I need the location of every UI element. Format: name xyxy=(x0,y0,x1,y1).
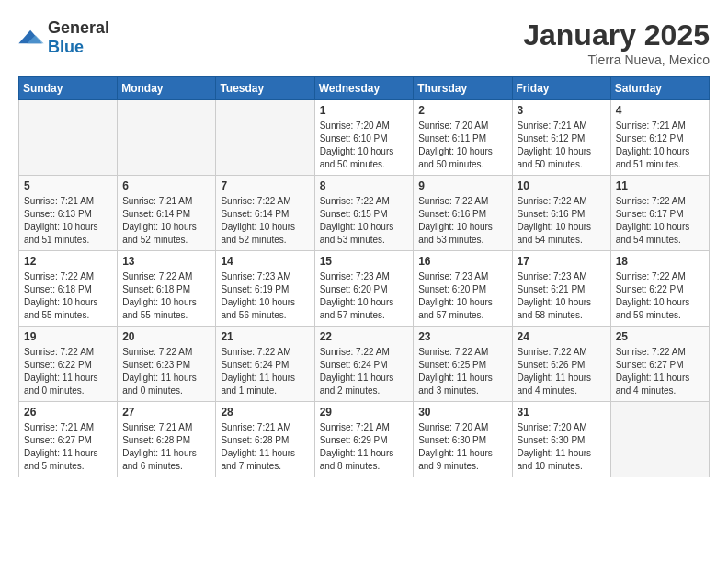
day-info: Sunrise: 7:22 AMSunset: 6:22 PMDaylight:… xyxy=(616,270,704,322)
day-number: 18 xyxy=(616,255,704,268)
calendar-week-row: 5Sunrise: 7:21 AMSunset: 6:13 PMDaylight… xyxy=(19,176,710,251)
calendar-day: 20Sunrise: 7:22 AMSunset: 6:23 PMDayligh… xyxy=(118,327,216,402)
day-info: Sunrise: 7:22 AMSunset: 6:27 PMDaylight:… xyxy=(616,346,704,397)
day-number: 24 xyxy=(518,330,606,343)
day-number: 17 xyxy=(518,255,606,268)
location-title: Tierra Nueva, Mexico xyxy=(523,52,710,67)
day-number: 28 xyxy=(221,406,309,419)
logo: General Blue xyxy=(18,18,109,57)
day-info: Sunrise: 7:20 AMSunset: 6:30 PMDaylight:… xyxy=(418,421,506,473)
calendar-day: 25Sunrise: 7:22 AMSunset: 6:27 PMDayligh… xyxy=(610,327,709,402)
day-info: Sunrise: 7:21 AMSunset: 6:29 PMDaylight:… xyxy=(320,421,409,473)
day-info: Sunrise: 7:22 AMSunset: 6:25 PMDaylight:… xyxy=(418,346,506,397)
day-number: 25 xyxy=(616,330,704,343)
day-info: Sunrise: 7:22 AMSunset: 6:26 PMDaylight:… xyxy=(518,346,606,397)
calendar-day: 9Sunrise: 7:22 AMSunset: 6:16 PMDaylight… xyxy=(414,176,512,251)
day-number: 31 xyxy=(518,406,606,419)
calendar-day xyxy=(216,100,314,176)
calendar-day: 17Sunrise: 7:23 AMSunset: 6:21 PMDayligh… xyxy=(512,251,610,327)
day-number: 14 xyxy=(221,255,309,268)
calendar-day: 3Sunrise: 7:21 AMSunset: 6:12 PMDaylight… xyxy=(512,100,610,176)
calendar-day: 19Sunrise: 7:22 AMSunset: 6:22 PMDayligh… xyxy=(19,327,118,402)
day-info: Sunrise: 7:20 AMSunset: 6:10 PMDaylight:… xyxy=(320,120,409,171)
day-number: 2 xyxy=(418,104,506,117)
day-info: Sunrise: 7:23 AMSunset: 6:20 PMDaylight:… xyxy=(418,270,506,322)
calendar-day: 4Sunrise: 7:21 AMSunset: 6:12 PMDaylight… xyxy=(610,100,709,176)
calendar-day: 30Sunrise: 7:20 AMSunset: 6:30 PMDayligh… xyxy=(414,402,512,477)
weekday-header-row: SundayMondayTuesdayWednesdayThursdayFrid… xyxy=(19,77,710,100)
day-number: 3 xyxy=(518,104,606,117)
calendar-week-row: 26Sunrise: 7:21 AMSunset: 6:27 PMDayligh… xyxy=(19,402,710,477)
calendar-day: 21Sunrise: 7:22 AMSunset: 6:24 PMDayligh… xyxy=(216,327,314,402)
day-info: Sunrise: 7:23 AMSunset: 6:20 PMDaylight:… xyxy=(320,270,409,322)
day-number: 9 xyxy=(418,179,506,192)
day-info: Sunrise: 7:21 AMSunset: 6:14 PMDaylight:… xyxy=(122,195,210,247)
weekday-header-monday: Monday xyxy=(118,77,216,100)
day-info: Sunrise: 7:22 AMSunset: 6:24 PMDaylight:… xyxy=(320,346,409,397)
calendar-day xyxy=(610,402,709,477)
calendar-week-row: 1Sunrise: 7:20 AMSunset: 6:10 PMDaylight… xyxy=(19,100,710,176)
day-number: 4 xyxy=(616,104,704,117)
day-info: Sunrise: 7:22 AMSunset: 6:15 PMDaylight:… xyxy=(320,195,409,247)
weekday-header-friday: Friday xyxy=(512,77,610,100)
calendar-day: 23Sunrise: 7:22 AMSunset: 6:25 PMDayligh… xyxy=(414,327,512,402)
logo-text: General Blue xyxy=(48,18,109,57)
calendar-day xyxy=(19,100,118,176)
calendar-day: 5Sunrise: 7:21 AMSunset: 6:13 PMDaylight… xyxy=(19,176,118,251)
day-number: 7 xyxy=(221,179,309,192)
day-number: 12 xyxy=(24,255,112,268)
day-number: 21 xyxy=(221,330,309,343)
day-info: Sunrise: 7:22 AMSunset: 6:16 PMDaylight:… xyxy=(418,195,506,247)
day-number: 8 xyxy=(320,179,409,192)
day-number: 30 xyxy=(418,406,506,419)
day-info: Sunrise: 7:21 AMSunset: 6:12 PMDaylight:… xyxy=(518,120,606,171)
calendar-day: 24Sunrise: 7:22 AMSunset: 6:26 PMDayligh… xyxy=(512,327,610,402)
calendar-week-row: 12Sunrise: 7:22 AMSunset: 6:18 PMDayligh… xyxy=(19,251,710,327)
day-number: 11 xyxy=(616,179,704,192)
day-info: Sunrise: 7:23 AMSunset: 6:21 PMDaylight:… xyxy=(518,270,606,322)
day-info: Sunrise: 7:21 AMSunset: 6:13 PMDaylight:… xyxy=(24,195,112,247)
day-info: Sunrise: 7:23 AMSunset: 6:19 PMDaylight:… xyxy=(221,270,309,322)
calendar-day: 28Sunrise: 7:21 AMSunset: 6:28 PMDayligh… xyxy=(216,402,314,477)
day-info: Sunrise: 7:21 AMSunset: 6:28 PMDaylight:… xyxy=(122,421,210,473)
calendar-day: 16Sunrise: 7:23 AMSunset: 6:20 PMDayligh… xyxy=(414,251,512,327)
day-info: Sunrise: 7:22 AMSunset: 6:16 PMDaylight:… xyxy=(518,195,606,247)
day-info: Sunrise: 7:22 AMSunset: 6:22 PMDaylight:… xyxy=(24,346,112,397)
day-info: Sunrise: 7:22 AMSunset: 6:18 PMDaylight:… xyxy=(24,270,112,322)
calendar-day: 6Sunrise: 7:21 AMSunset: 6:14 PMDaylight… xyxy=(118,176,216,251)
calendar-day: 31Sunrise: 7:20 AMSunset: 6:30 PMDayligh… xyxy=(512,402,610,477)
calendar-day: 27Sunrise: 7:21 AMSunset: 6:28 PMDayligh… xyxy=(118,402,216,477)
day-number: 16 xyxy=(418,255,506,268)
calendar-week-row: 19Sunrise: 7:22 AMSunset: 6:22 PMDayligh… xyxy=(19,327,710,402)
weekday-header-sunday: Sunday xyxy=(19,77,118,100)
day-info: Sunrise: 7:22 AMSunset: 6:14 PMDaylight:… xyxy=(221,195,309,247)
calendar-day: 8Sunrise: 7:22 AMSunset: 6:15 PMDaylight… xyxy=(314,176,414,251)
calendar-day: 2Sunrise: 7:20 AMSunset: 6:11 PMDaylight… xyxy=(414,100,512,176)
day-number: 23 xyxy=(418,330,506,343)
day-number: 26 xyxy=(24,406,112,419)
calendar-day xyxy=(118,100,216,176)
day-info: Sunrise: 7:20 AMSunset: 6:30 PMDaylight:… xyxy=(518,421,606,473)
day-number: 13 xyxy=(122,255,210,268)
calendar-day: 10Sunrise: 7:22 AMSunset: 6:16 PMDayligh… xyxy=(512,176,610,251)
calendar-day: 15Sunrise: 7:23 AMSunset: 6:20 PMDayligh… xyxy=(314,251,414,327)
calendar-day: 7Sunrise: 7:22 AMSunset: 6:14 PMDaylight… xyxy=(216,176,314,251)
day-info: Sunrise: 7:22 AMSunset: 6:23 PMDaylight:… xyxy=(122,346,210,397)
weekday-header-wednesday: Wednesday xyxy=(314,77,414,100)
day-number: 15 xyxy=(320,255,409,268)
month-title: January 2025 xyxy=(523,18,710,52)
calendar-day: 22Sunrise: 7:22 AMSunset: 6:24 PMDayligh… xyxy=(314,327,414,402)
day-number: 22 xyxy=(320,330,409,343)
day-info: Sunrise: 7:21 AMSunset: 6:12 PMDaylight:… xyxy=(616,120,704,171)
day-number: 6 xyxy=(122,179,210,192)
calendar-day: 14Sunrise: 7:23 AMSunset: 6:19 PMDayligh… xyxy=(216,251,314,327)
calendar-day: 11Sunrise: 7:22 AMSunset: 6:17 PMDayligh… xyxy=(610,176,709,251)
day-number: 10 xyxy=(518,179,606,192)
day-number: 5 xyxy=(24,179,112,192)
page-header: General Blue January 2025 Tierra Nueva, … xyxy=(18,18,710,67)
day-info: Sunrise: 7:21 AMSunset: 6:27 PMDaylight:… xyxy=(24,421,112,473)
day-info: Sunrise: 7:21 AMSunset: 6:28 PMDaylight:… xyxy=(221,421,309,473)
day-number: 29 xyxy=(320,406,409,419)
day-info: Sunrise: 7:22 AMSunset: 6:24 PMDaylight:… xyxy=(221,346,309,397)
calendar-day: 12Sunrise: 7:22 AMSunset: 6:18 PMDayligh… xyxy=(19,251,118,327)
